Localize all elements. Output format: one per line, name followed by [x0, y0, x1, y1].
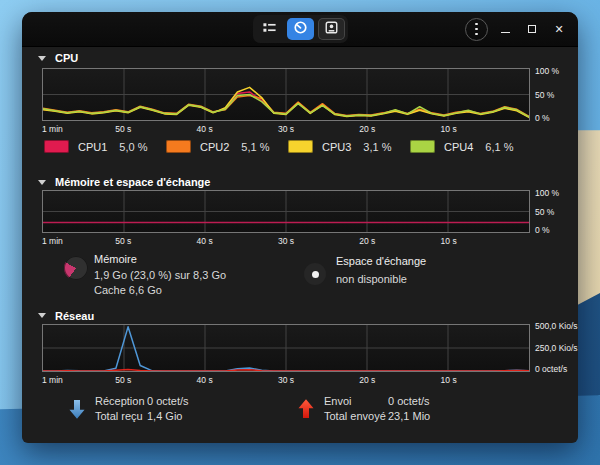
cpu1-color-swatch — [44, 140, 69, 153]
send-label: Envoi — [324, 394, 388, 410]
sent-label: Total envoyé — [324, 409, 388, 425]
cpu-section-title: CPU — [55, 52, 78, 64]
memory-pie-icon — [64, 256, 88, 280]
network-send-block: Envoi 0 octet/s Total envoyé 23,1 Mio — [297, 394, 430, 425]
y-axis-tick: 100 % — [535, 66, 559, 76]
y-axis-tick: 50 % — [535, 90, 554, 100]
cpu3-label: CPU3 — [322, 141, 351, 153]
network-details: Réception 0 octet/s Total reçu 1,4 Gio — [22, 394, 578, 425]
cpu-graph-block: 100 %50 %0 % — [42, 68, 530, 121]
receive-rate: 0 octet/s — [147, 394, 189, 410]
send-rate: 0 octet/s — [388, 394, 430, 410]
processes-tab[interactable] — [256, 18, 283, 40]
x-axis-tick: 50 s — [115, 236, 131, 246]
close-icon: ✕ — [554, 24, 563, 35]
cpu2-legend-item: CPU2 5,1 % — [166, 140, 288, 153]
chevron-down-icon — [38, 313, 46, 318]
cpu1-legend-item: CPU1 5,0 % — [44, 140, 166, 153]
maximize-icon — [528, 25, 536, 33]
x-axis-tick: 10 s — [441, 375, 457, 385]
received-label: Total reçu — [95, 409, 147, 425]
x-axis-tick: 1 min — [42, 236, 63, 246]
cpu3-color-swatch — [288, 140, 313, 153]
cpu-x-axis-labels: 1 min50 s40 s30 s20 s10 s — [42, 123, 530, 135]
minimize-button[interactable] — [495, 18, 515, 40]
network-x-axis-labels: 1 min50 s40 s30 s20 s10 s — [42, 374, 530, 386]
memory-cache-text: Cache 6,6 Go — [94, 283, 226, 299]
cpu4-label: CPU4 — [444, 141, 473, 153]
disk-icon — [324, 20, 339, 39]
received-total: 1,4 Gio — [147, 409, 189, 425]
menu-dot — [475, 28, 478, 31]
filesystems-tab[interactable] — [318, 18, 345, 40]
y-axis-tick: 500,0 Kio/s — [535, 321, 578, 331]
memory-graph-block: 100 %50 %0 % — [42, 190, 530, 233]
x-axis-tick: 20 s — [359, 375, 375, 385]
memory-label: Mémoire — [94, 252, 226, 268]
chevron-down-icon — [38, 180, 46, 185]
cpu1-label: CPU1 — [78, 141, 107, 153]
x-axis-tick: 50 s — [115, 375, 131, 385]
memory-details: Mémoire 1,9 Go (23,0 %) sur 8,3 Go Cache… — [22, 252, 578, 299]
y-axis-tick: 0 octet/s — [535, 364, 567, 374]
close-button[interactable]: ✕ — [549, 18, 569, 40]
primary-menu-button[interactable] — [465, 18, 488, 41]
menu-dot — [475, 23, 478, 26]
x-axis-tick: 30 s — [278, 236, 294, 246]
send-table: Envoi 0 octet/s Total envoyé 23,1 Mio — [324, 394, 430, 425]
resources-gauge-icon — [293, 20, 308, 39]
cpu-chart — [42, 68, 530, 121]
x-axis-tick: 1 min — [42, 124, 63, 134]
cpu4-legend-item: CPU4 6,1 % — [410, 140, 532, 153]
network-graph-block: 500,0 Kio/s250,0 Kio/s0 octet/s — [42, 324, 530, 372]
x-axis-tick: 40 s — [197, 236, 213, 246]
memory-y-axis-labels: 100 %50 %0 % — [530, 190, 578, 233]
cpu1-value: 5,0 % — [119, 141, 147, 153]
upload-arrow-icon — [297, 396, 315, 425]
y-axis-tick: 50 % — [535, 207, 554, 217]
x-axis-tick: 40 s — [197, 124, 213, 134]
y-axis-tick: 100 % — [535, 188, 559, 198]
x-axis-tick: 40 s — [197, 375, 213, 385]
x-axis-tick: 20 s — [359, 124, 375, 134]
process-list-icon — [262, 20, 277, 39]
network-y-axis-labels: 500,0 Kio/s250,0 Kio/s0 octet/s — [530, 324, 578, 372]
memory-section-expander[interactable]: Mémoire et espace d'échange — [22, 176, 578, 188]
x-axis-tick: 10 s — [441, 236, 457, 246]
resources-tab[interactable] — [287, 18, 314, 40]
swap-pie-icon — [304, 263, 326, 285]
cpu3-legend-item: CPU3 3,1 % — [288, 140, 410, 153]
x-axis-tick: 50 s — [115, 124, 131, 134]
view-switcher — [253, 15, 348, 43]
memory-chart — [42, 190, 530, 233]
cpu4-value: 6,1 % — [485, 141, 513, 153]
resources-view: CPU 100 %50 %0 % 1 min50 s40 s30 s20 s10… — [22, 47, 578, 443]
cpu2-label: CPU2 — [200, 141, 229, 153]
download-arrow-icon — [68, 396, 86, 425]
cpu3-value: 3,1 % — [363, 141, 391, 153]
maximize-button[interactable] — [522, 18, 542, 40]
memory-usage-block: Mémoire 1,9 Go (23,0 %) sur 8,3 Go Cache… — [22, 252, 304, 299]
y-axis-tick: 0 % — [535, 113, 550, 123]
network-chart — [42, 324, 530, 372]
cpu-section-expander[interactable]: CPU — [22, 52, 578, 64]
receive-label: Réception — [95, 394, 147, 410]
window-controls: ✕ — [465, 12, 569, 46]
x-axis-tick: 1 min — [42, 375, 63, 385]
y-axis-tick: 0 % — [535, 225, 550, 235]
cpu-legend: CPU1 5,0 % CPU2 5,1 % CPU3 3,1 % CPU4 6,… — [44, 140, 532, 153]
x-axis-tick: 30 s — [278, 124, 294, 134]
x-axis-tick: 20 s — [359, 236, 375, 246]
menu-dot — [475, 33, 478, 36]
receive-table: Réception 0 octet/s Total reçu 1,4 Gio — [95, 394, 189, 425]
minimize-icon — [501, 32, 510, 33]
x-axis-tick: 10 s — [441, 124, 457, 134]
cpu4-color-swatch — [410, 140, 435, 153]
memory-usage-text: 1,9 Go (23,0 %) sur 8,3 Go — [94, 268, 226, 284]
system-monitor-window: ✕ CPU 100 %50 %0 % 1 min50 s40 s30 s20 s… — [22, 12, 578, 443]
cpu-y-axis-labels: 100 %50 %0 % — [530, 68, 578, 121]
titlebar[interactable]: ✕ — [22, 12, 578, 47]
network-section-expander[interactable]: Réseau — [22, 310, 578, 322]
swap-label: Espace d'échange — [336, 255, 426, 267]
memory-x-axis-labels: 1 min50 s40 s30 s20 s10 s — [42, 235, 530, 247]
